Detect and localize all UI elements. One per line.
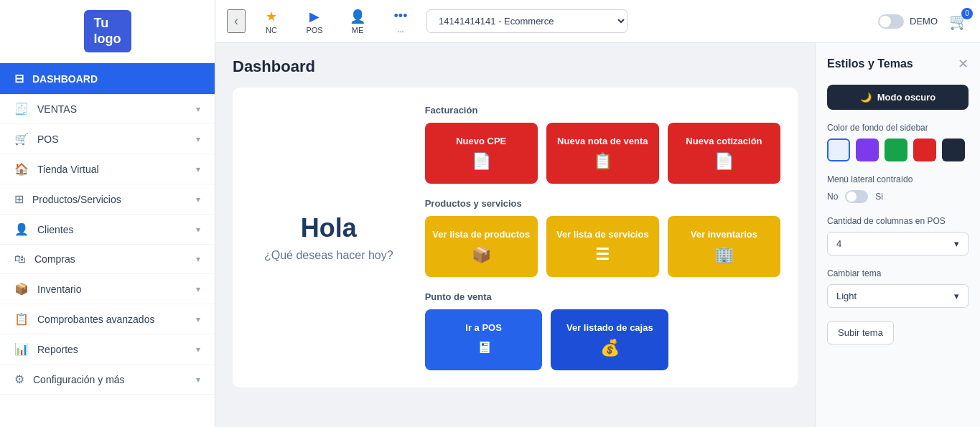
topbar-right: DEMO 🛒 0 <box>878 12 969 31</box>
play-icon: ▶ <box>309 9 319 24</box>
columns-dropdown[interactable]: 4 ▾ <box>827 232 969 255</box>
moon-icon: 🌙 <box>860 92 872 103</box>
ver-cajas-card[interactable]: Ver listado de cajas 💰 <box>551 309 668 370</box>
panel-title: Estilos y Temas <box>827 57 913 70</box>
ver-servicios-label: Ver lista de servicios <box>556 229 649 240</box>
sidebar-item-clientes[interactable]: 👤 Clientes ▾ <box>0 215 215 245</box>
nueva-cotizacion-card[interactable]: Nueva cotización 📄 <box>668 123 780 184</box>
toggle-si-label: Si <box>875 192 883 202</box>
store-select-wrap: 14141414141 - Ecommerce <box>426 9 627 33</box>
ver-productos-card[interactable]: Ver lista de productos 📦 <box>425 216 538 277</box>
content-area: Dashboard Hola ¿Qué deseas hacer hoy? Fa… <box>215 43 980 427</box>
hola-title: Hola <box>301 213 357 243</box>
sidebar-item-comprobantes[interactable]: 📋 Comprobantes avanzados ▾ <box>0 304 215 334</box>
cart-button[interactable]: 🛒 0 <box>949 12 969 31</box>
menu-lateral-label: Menú lateral contraído <box>827 174 969 184</box>
back-button[interactable]: ‹ <box>227 9 246 33</box>
pos-cards: Ir a POS 🖥 Ver listado de cajas 💰 <box>425 309 780 370</box>
sidebar-color-label: Color de fondo del sidebar <box>827 123 969 133</box>
toggle-no-label: No <box>827 192 838 202</box>
dashboard-inner: Hola ¿Qué deseas hacer hoy? Facturación … <box>233 88 798 388</box>
nueva-cotizacion-label: Nueva cotización <box>686 136 762 146</box>
pos-icon: 🛒 <box>14 132 29 146</box>
facturacion-section: Facturación Nuevo CPE 📄 Nueva nota de ve… <box>425 105 780 184</box>
compras-icon: 🛍 <box>14 253 26 266</box>
demo-switch[interactable] <box>878 14 904 29</box>
sidebar-item-ventas[interactable]: 🧾 VENTAS ▾ <box>0 94 215 124</box>
ver-productos-label: Ver lista de productos <box>432 229 530 240</box>
theme-section: Cambiar tema Light ▾ <box>827 268 969 308</box>
logo: Tu logo <box>84 10 131 52</box>
close-icon[interactable]: ✕ <box>958 56 969 72</box>
chevron-down-icon: ▾ <box>196 314 200 324</box>
chevron-down-icon: ▾ <box>196 164 200 174</box>
columns-section: Cantidad de columnas en POS 4 ▾ <box>827 216 969 255</box>
me-button[interactable]: 👤 ME <box>340 4 375 39</box>
menu-lateral-toggle[interactable] <box>845 190 868 203</box>
chevron-down-icon: ▾ <box>196 134 200 144</box>
panel-header: Estilos y Temas ✕ <box>827 56 969 72</box>
ver-productos-icon: 📦 <box>472 245 491 264</box>
color-swatch-green[interactable] <box>885 139 907 161</box>
tienda-icon: 🏠 <box>14 162 29 176</box>
nuevo-cpe-label: Nuevo CPE <box>456 136 506 146</box>
sidebar-item-dashboard[interactable]: ⊟ DASHBOARD <box>0 63 215 94</box>
sidebar-item-tienda[interactable]: 🏠 Tienda Virtual ▾ <box>0 154 215 184</box>
sidebar-color-section: Color de fondo del sidebar <box>827 123 969 161</box>
color-swatch-dark[interactable] <box>942 139 965 161</box>
right-panel: Estilos y Temas ✕ 🌙 Modo oscuro Color de… <box>815 43 980 427</box>
nueva-nota-card[interactable]: Nueva nota de venta 📋 <box>546 123 659 184</box>
comprobantes-icon: 📋 <box>14 312 29 326</box>
productos-cards: Ver lista de productos 📦 Ver lista de se… <box>425 216 780 277</box>
color-swatch-purple[interactable] <box>856 139 879 161</box>
chevron-down-icon: ▾ <box>954 238 959 249</box>
menu-lateral-section: Menú lateral contraído No Si <box>827 174 969 203</box>
productos-title: Productos y servicios <box>425 198 780 209</box>
star-icon: ★ <box>266 9 277 24</box>
chevron-down-icon: ▾ <box>196 254 200 264</box>
color-swatch-red[interactable] <box>913 139 936 161</box>
sidebar-item-pos[interactable]: 🛒 POS ▾ <box>0 124 215 154</box>
more-button[interactable]: ••• ... <box>383 4 418 38</box>
dark-mode-button[interactable]: 🌙 Modo oscuro <box>827 85 969 110</box>
demo-toggle[interactable]: DEMO <box>878 14 938 29</box>
chevron-down-icon: ▾ <box>196 284 200 294</box>
sidebar-item-compras[interactable]: 🛍 Compras ▾ <box>0 245 215 274</box>
toggle-row: No Si <box>827 190 969 203</box>
sidebar-item-productos[interactable]: ⊞ Productos/Servicios ▾ <box>0 184 215 215</box>
ver-cajas-icon: 💰 <box>600 339 620 357</box>
reportes-icon: 📊 <box>14 342 29 356</box>
chevron-down-icon: ▾ <box>196 344 200 355</box>
dashboard-icon: ⊟ <box>14 72 24 85</box>
sidebar-item-reportes[interactable]: 📊 Reportes ▾ <box>0 334 215 365</box>
chevron-down-icon: ▾ <box>196 194 200 205</box>
theme-dropdown[interactable]: Light ▾ <box>827 284 969 308</box>
nc-button[interactable]: ★ NC <box>254 4 289 39</box>
ver-servicios-card[interactable]: Ver lista de servicios ☰ <box>546 216 659 277</box>
clientes-icon: 👤 <box>14 222 29 236</box>
pos-button[interactable]: ▶ POS <box>297 4 332 39</box>
dashboard-main: Dashboard Hola ¿Qué deseas hacer hoy? Fa… <box>215 43 815 427</box>
ir-pos-card[interactable]: Ir a POS 🖥 <box>425 309 543 370</box>
sidebar-item-configuracion[interactable]: ⚙ Configuración y más ▾ <box>0 365 215 395</box>
inventario-icon: 📦 <box>14 282 29 296</box>
nuevo-cpe-icon: 📄 <box>472 152 491 171</box>
columns-label: Cantidad de columnas en POS <box>827 216 969 226</box>
color-swatch-white[interactable] <box>827 139 850 161</box>
topbar: ‹ ★ NC ▶ POS 👤 ME ••• ... 14141414141 - … <box>215 0 980 43</box>
upload-theme-button[interactable]: Subir tema <box>827 321 894 344</box>
pos-section: Punto de venta Ir a POS 🖥 Ver listado de… <box>425 291 780 370</box>
chevron-down-icon: ▾ <box>196 104 200 114</box>
facturacion-title: Facturación <box>425 105 780 116</box>
page-title: Dashboard <box>233 57 798 76</box>
chevron-down-icon: ▾ <box>196 375 200 385</box>
nuevo-cpe-card[interactable]: Nuevo CPE 📄 <box>425 123 538 184</box>
main-area: ‹ ★ NC ▶ POS 👤 ME ••• ... 14141414141 - … <box>215 0 980 427</box>
ver-inventarios-card[interactable]: Ver inventarios 🏢 <box>668 216 780 277</box>
store-select[interactable]: 14141414141 - Ecommerce <box>426 9 627 33</box>
sidebar-item-inventario[interactable]: 📦 Inventario ▾ <box>0 274 215 304</box>
chevron-down-icon: ▾ <box>196 225 200 235</box>
ver-inventarios-icon: 🏢 <box>714 245 734 264</box>
ventas-icon: 🧾 <box>14 102 29 116</box>
theme-label: Cambiar tema <box>827 268 969 278</box>
